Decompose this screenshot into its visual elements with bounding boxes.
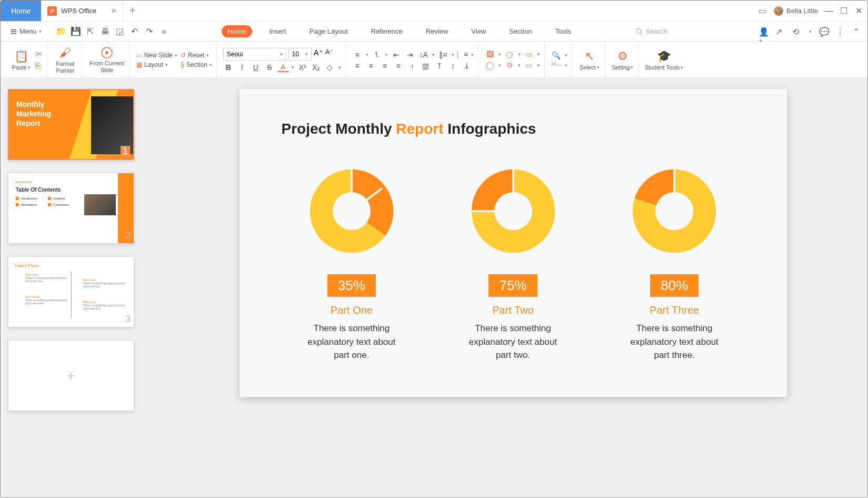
close-tab-icon[interactable]: ×: [111, 6, 116, 16]
slide-title[interactable]: Project Monthly Report Infographics: [282, 121, 745, 137]
tab-insert[interactable]: Insert: [263, 25, 293, 37]
minimize-icon[interactable]: —: [825, 7, 833, 15]
section-button[interactable]: §Section▾: [181, 61, 212, 68]
share-icon[interactable]: ↗: [775, 27, 785, 36]
slide-thumbnails[interactable]: Monthly Marketing Report 1 BUSINESS Tabl…: [1, 78, 158, 497]
format-painter-button[interactable]: 🖌 Farmat Painter: [53, 42, 77, 78]
copy-icon[interactable]: ⎘: [35, 61, 42, 71]
tablet-mode-icon[interactable]: ▭: [759, 6, 766, 16]
align-left-icon[interactable]: ≡: [352, 62, 363, 70]
undo-icon[interactable]: ↶: [130, 27, 139, 36]
document-tab[interactable]: P WPS Office ×: [41, 1, 123, 21]
more-qat-icon[interactable]: »: [159, 27, 169, 36]
paste-button[interactable]: 📋 Paste▾: [10, 42, 32, 78]
collapse-ribbon-icon[interactable]: ⌃: [853, 27, 862, 36]
thumbnail-slide-2[interactable]: BUSINESS Table Of Contents Introduction …: [8, 173, 134, 244]
quick-styles-icon[interactable]: ▭: [524, 61, 534, 69]
cut-icon[interactable]: ✂: [35, 49, 42, 59]
thumbnail-slide-3[interactable]: Future Plans Part OneThere is something …: [8, 256, 134, 327]
chevron-down-icon[interactable]: ▾: [809, 29, 812, 34]
italic-icon[interactable]: I: [237, 63, 247, 72]
student-tools-button[interactable]: 🎓 Student Tools▾: [645, 42, 683, 78]
current-slide[interactable]: Project Monthly Report Infographics 35%: [240, 89, 787, 397]
increase-font-icon[interactable]: A⁺: [314, 48, 323, 61]
font-name-select[interactable]: Seoui▾: [223, 48, 286, 61]
play-icon: [101, 46, 113, 59]
slide-canvas[interactable]: Project Monthly Report Infographics 35%: [158, 78, 867, 497]
superscript-icon[interactable]: X²: [297, 63, 308, 72]
setting-button[interactable]: ⚙ Setting▾: [612, 42, 634, 78]
setting-label: Setting: [612, 64, 630, 71]
decrease-indent-icon[interactable]: ⇤: [391, 51, 402, 59]
history-icon[interactable]: ⟲: [792, 27, 802, 36]
text-box-icon[interactable]: ▭: [524, 50, 534, 58]
menu-button[interactable]: Menu ▾: [6, 25, 46, 37]
tab-reference[interactable]: Reference: [365, 25, 409, 37]
text-direction-icon[interactable]: ↕A: [418, 51, 429, 59]
shapes-icon[interactable]: ◯: [485, 61, 495, 69]
underline-icon[interactable]: U: [251, 63, 261, 72]
add-user-icon[interactable]: 👤⁺: [759, 27, 768, 36]
from-current-slide-button[interactable]: From Current Slide: [88, 42, 125, 78]
vert-mid-icon[interactable]: ↕: [448, 62, 458, 70]
tab-home[interactable]: Home: [222, 25, 253, 37]
thumb2-sub: BUSINESS: [16, 181, 126, 184]
donut-block-3[interactable]: 80% Part Three There is something explan…: [604, 164, 745, 362]
clear-format-icon[interactable]: ◇: [325, 63, 335, 72]
thumb2-title: Table Of Contents: [16, 187, 126, 193]
increase-indent-icon[interactable]: ⇥: [405, 51, 415, 59]
print-icon[interactable]: 🖶: [101, 27, 110, 36]
feedback-icon[interactable]: 💬: [819, 27, 829, 36]
close-window-icon[interactable]: ✕: [855, 7, 862, 15]
decrease-font-icon[interactable]: A⁻: [325, 48, 334, 61]
donut-block-1[interactable]: 35% Part One There is something explanat…: [282, 164, 422, 362]
home-button[interactable]: Home: [1, 1, 41, 21]
tab-review[interactable]: Review: [420, 25, 455, 37]
align-center-icon[interactable]: ≡: [366, 62, 376, 70]
reset-button[interactable]: ↺Reset▾: [181, 52, 212, 59]
align-right-icon[interactable]: ≡: [380, 62, 390, 70]
layout-button[interactable]: ▦Layout▾: [136, 61, 177, 68]
align-text-icon[interactable]: ⎸≡: [457, 50, 468, 59]
tab-section[interactable]: Section: [503, 25, 538, 37]
distribute-icon[interactable]: ⫞: [407, 62, 417, 70]
thumbnail-slide-1[interactable]: Monthly Marketing Report 1: [8, 89, 134, 160]
font-size-value: 10: [292, 51, 299, 58]
line-spacing-icon[interactable]: ‖≡: [438, 51, 448, 59]
maximize-icon[interactable]: ☐: [840, 7, 847, 15]
replace-icon[interactable]: ᴬᴮ↔: [551, 62, 562, 68]
donut-block-2[interactable]: 75% Part Two There is something explanat…: [443, 164, 583, 362]
tab-view[interactable]: View: [465, 25, 492, 37]
font-color-icon[interactable]: A: [278, 63, 288, 72]
bullets-icon[interactable]: ≡: [352, 51, 363, 59]
paste-label: Paste: [12, 64, 26, 71]
font-size-select[interactable]: 10▾: [288, 48, 312, 61]
new-slide-button[interactable]: ▭New Slide▾: [136, 52, 177, 59]
vert-bot-icon[interactable]: ⤓: [462, 62, 472, 70]
add-tab-button[interactable]: +: [123, 1, 142, 21]
strikethrough-icon[interactable]: S: [264, 63, 275, 72]
picture-icon[interactable]: 🖼: [485, 50, 495, 58]
redo-icon[interactable]: ↷: [145, 27, 154, 36]
shapes-fill-icon[interactable]: ▢: [504, 50, 515, 58]
subscript-icon[interactable]: X₂: [311, 63, 322, 72]
more-icon[interactable]: ⋮: [836, 27, 845, 36]
columns-icon[interactable]: ▥: [421, 62, 431, 70]
find-icon[interactable]: 🔍: [551, 51, 562, 59]
bold-icon[interactable]: B: [223, 63, 234, 72]
arrange-icon[interactable]: ⧉: [504, 61, 515, 69]
tab-tools[interactable]: Tools: [549, 25, 577, 37]
print-preview-icon[interactable]: ◲: [115, 27, 125, 36]
justify-icon[interactable]: ≡: [393, 62, 404, 70]
numbering-icon[interactable]: ⒈: [372, 50, 382, 59]
part-desc: There is something explanatory text abou…: [461, 322, 566, 362]
tab-page-layout[interactable]: Page Layout: [303, 25, 354, 37]
user-menu[interactable]: Bella Little: [774, 6, 818, 16]
save-icon[interactable]: 💾: [71, 27, 81, 36]
export-icon[interactable]: ⇱: [86, 27, 95, 36]
select-button[interactable]: ↖ Select▾: [578, 42, 601, 78]
vert-top-icon[interactable]: ⤒: [434, 62, 445, 70]
add-slide-button[interactable]: +: [8, 340, 134, 411]
open-folder-icon[interactable]: 📁: [56, 27, 66, 36]
search-input[interactable]: Search: [635, 27, 667, 35]
